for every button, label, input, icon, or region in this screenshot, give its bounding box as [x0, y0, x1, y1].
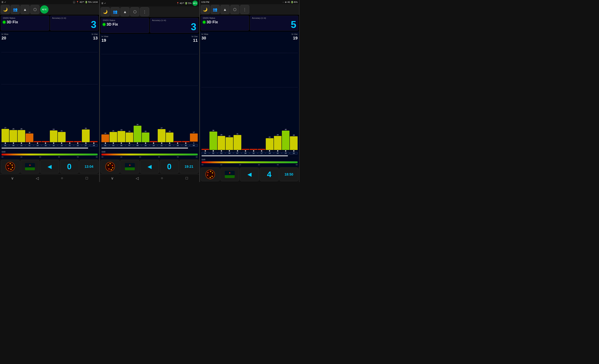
- nav-home-1[interactable]: ○: [58, 176, 66, 180]
- nav-apps-2[interactable]: □: [183, 176, 191, 180]
- bar-19-3: 24 19: [266, 136, 273, 154]
- in-view-count-3: 30: [202, 36, 206, 41]
- bar-28-1: 28: [90, 141, 98, 147]
- bar-26-2: 26: [174, 141, 181, 147]
- bar-06-3: 26 06: [226, 135, 233, 154]
- count-btn-1[interactable]: 0: [60, 160, 79, 173]
- nav-home-2[interactable]: ○: [158, 176, 166, 180]
- svg-point-25: [211, 176, 213, 177]
- more-btn-3[interactable]: ⋮: [240, 5, 249, 14]
- chart-header-2: In View In Use: [101, 35, 197, 37]
- time-left-3: 6:50 PM: [202, 1, 209, 3]
- snr-label-3: SNR: [202, 159, 298, 161]
- signal-text-1: 4G⁴ᴳ: [79, 1, 84, 3]
- world-btn-2[interactable]: [120, 160, 139, 173]
- bar-14-1: 14: [34, 141, 41, 147]
- chart-scrollbar-1[interactable]: [1, 148, 88, 148]
- time-icon-1: 13:04: [85, 165, 93, 169]
- bar-15-1: 15: [42, 141, 49, 147]
- gnss-status-card-3: GNSS Status 3D Fix: [201, 16, 249, 31]
- chart-scrollbar-2[interactable]: [101, 148, 188, 148]
- snr-section-2: SNR 00 10 20 30 50 99: [100, 150, 199, 159]
- more-btn-2[interactable]: ⋮: [140, 7, 149, 16]
- gnss-dot-3: [203, 21, 205, 24]
- night-mode-btn-2[interactable]: 🌙: [101, 7, 110, 16]
- world-btn-1[interactable]: [20, 160, 39, 173]
- status-bar-left-3: 6:50 PM: [202, 1, 209, 3]
- nav-back-2[interactable]: ◁: [133, 176, 141, 180]
- share-btn-2[interactable]: ⬡: [130, 7, 139, 16]
- bar-16-3: 16: [250, 149, 257, 154]
- navigate-btn-1[interactable]: ▲: [20, 5, 30, 14]
- navigate-btn-3[interactable]: ▲: [220, 5, 229, 14]
- accuracy-value-3: 5: [291, 19, 296, 29]
- svg-point-17: [111, 169, 112, 170]
- temp-display-1: 41°C: [40, 5, 49, 14]
- users-btn-2[interactable]: 👥: [111, 7, 120, 16]
- count-icon-2: 0: [167, 162, 171, 171]
- status-bar-1: ☰ ✓ 🎧 📍 4G⁴ᴳ 🔋75% 14:04: [0, 0, 99, 4]
- bar-30-2: 30: [182, 141, 190, 147]
- snr-section-3: SNR 00 10 20 30 50 99: [200, 158, 299, 167]
- bottom-icons-2: ◄ 0 19:21: [100, 159, 199, 174]
- share-btn-3[interactable]: ⬡: [230, 5, 239, 14]
- in-use-count-2: 11: [193, 38, 197, 43]
- night-mode-btn-1[interactable]: 🌙: [1, 5, 10, 14]
- compass-btn-1[interactable]: [1, 160, 20, 173]
- time-btn-3[interactable]: 18:50: [279, 168, 298, 181]
- count-btn-2[interactable]: 0: [160, 160, 179, 173]
- gnss-fix-text-3: 3D Fix: [207, 20, 218, 24]
- bar-17-3: 17: [258, 149, 265, 154]
- svg-point-4: [12, 165, 13, 166]
- chart-scrollbar-3[interactable]: [202, 155, 288, 156]
- in-use-label-1: In Use: [92, 33, 98, 35]
- compass-btn-2[interactable]: [101, 160, 120, 173]
- accuracy-value-2: 3: [191, 22, 196, 32]
- location-icon-1: 📍: [76, 1, 79, 3]
- arrow-btn-2[interactable]: ◄: [140, 160, 159, 173]
- nav-down-2[interactable]: ∨: [109, 176, 116, 180]
- accuracy-card-3: Accuracy (± m) 5: [250, 16, 298, 31]
- in-use-count-3: 19: [293, 36, 298, 41]
- time-btn-2[interactable]: 19:21: [179, 160, 198, 173]
- world-icon-3: [225, 171, 235, 178]
- night-mode-btn-3[interactable]: 🌙: [201, 5, 210, 14]
- world-btn-3[interactable]: [220, 168, 239, 181]
- compass-btn-3[interactable]: [201, 168, 220, 181]
- svg-point-5: [7, 165, 9, 166]
- in-view-count-1: 20: [1, 36, 6, 41]
- navigate-btn-2[interactable]: ▲: [120, 7, 130, 16]
- world-icon-2: [125, 163, 135, 170]
- compass-svg-1: [5, 162, 15, 172]
- battery-text-1: 🔋75%: [85, 1, 92, 3]
- gnss-status-label-1: GNSS Status: [3, 17, 47, 19]
- nav-back-1[interactable]: ◁: [33, 176, 41, 180]
- arrow-btn-3[interactable]: ◄: [240, 168, 259, 181]
- time-btn-1[interactable]: 13:04: [79, 160, 98, 173]
- nav-apps-1[interactable]: □: [83, 176, 91, 180]
- gnss-status-label-3: GNSS Status: [203, 17, 247, 19]
- svg-point-8: [10, 169, 12, 170]
- svg-point-21: [210, 171, 211, 172]
- arrow-btn-1[interactable]: ◄: [40, 160, 59, 173]
- count-btn-3[interactable]: 4: [260, 168, 279, 181]
- svg-point-23: [212, 172, 213, 173]
- gnss-fix-2: 3D Fix: [103, 22, 147, 27]
- bar-16-1: 24 16: [50, 128, 57, 147]
- snr-ticks-1: 00 10 20 30 50 99: [1, 156, 98, 158]
- status-bar-right-1: 🎧 📍 4G⁴ᴳ 🔋75% 14:04: [73, 1, 98, 3]
- users-btn-3[interactable]: 👥: [211, 5, 220, 14]
- nav-bar-2: ∨ ◁ ○ □: [100, 174, 199, 182]
- share-btn-1[interactable]: ⬡: [30, 5, 39, 14]
- bar-09-3: 09: [242, 149, 249, 154]
- bar-06-2: 23 06: [117, 129, 125, 147]
- users-btn-1[interactable]: 👥: [11, 5, 20, 14]
- time-icon-2: 19:21: [185, 165, 193, 169]
- snr-bar-2: [101, 154, 197, 155]
- chart-count-row-1: 20 13: [1, 36, 98, 41]
- gnss-dot-2: [103, 23, 106, 26]
- gnss-status-label-2: GNSS Status: [103, 19, 147, 21]
- arrow-icon-2: ◄: [146, 163, 153, 171]
- bar-07-3: 31 07: [234, 133, 241, 154]
- nav-down-1[interactable]: ∨: [9, 176, 16, 180]
